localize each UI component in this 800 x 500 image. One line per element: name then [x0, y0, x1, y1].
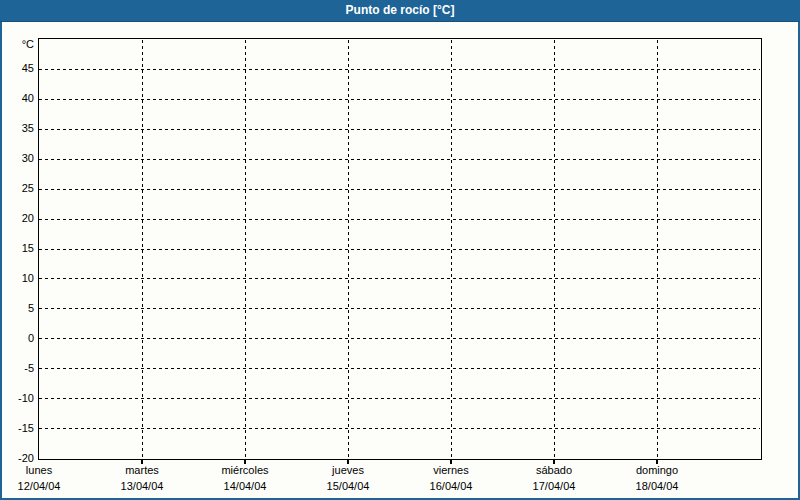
y-tick-label: -20: [0, 452, 34, 465]
x-axis-tick: [244, 460, 246, 464]
x-day-label: domingo: [636, 464, 678, 477]
x-date-label: 17/04/04: [533, 480, 576, 493]
chart-region: 454035302520151050-5-10-15-20°Clunes12/0…: [0, 0, 800, 500]
x-axis-tick: [553, 460, 555, 464]
x-date-label: 14/04/04: [224, 480, 267, 493]
y-gridline: [39, 189, 760, 190]
x-date-label: 13/04/04: [121, 480, 164, 493]
x-day-label: viernes: [433, 464, 468, 477]
y-tick-label: 0: [0, 332, 34, 345]
x-date-label: 15/04/04: [327, 480, 370, 493]
x-day-label: sábado: [536, 464, 572, 477]
y-tick-label: 15: [0, 242, 34, 255]
y-tick-label: 30: [0, 152, 34, 165]
y-gridline: [39, 249, 760, 250]
x-axis-tick: [347, 460, 349, 464]
x-gridline: [451, 40, 452, 459]
y-gridline: [39, 219, 760, 220]
x-axis-tick: [656, 460, 658, 464]
y-tick-label: 20: [0, 212, 34, 225]
x-day-label: lunes: [26, 464, 52, 477]
y-tick-label: 10: [0, 272, 34, 285]
y-axis-unit-label: °C: [0, 38, 34, 51]
x-date-label: 12/04/04: [18, 480, 61, 493]
y-gridline: [39, 338, 760, 339]
y-tick-label: 5: [0, 302, 34, 315]
y-gridline: [39, 368, 760, 369]
x-axis-tick: [141, 460, 143, 464]
window-titlebar: Punto de rocío [°C]: [0, 0, 800, 22]
y-tick-label: -5: [0, 362, 34, 375]
y-tick-label: -10: [0, 392, 34, 405]
x-date-label: 18/04/04: [636, 480, 679, 493]
x-gridline: [348, 40, 349, 459]
x-gridline: [657, 40, 658, 459]
x-day-label: miércoles: [221, 464, 268, 477]
y-tick-label: 45: [0, 62, 34, 75]
y-gridline: [39, 278, 760, 279]
y-tick-label: 25: [0, 182, 34, 195]
x-gridline: [142, 40, 143, 459]
y-gridline: [39, 428, 760, 429]
y-gridline: [39, 308, 760, 309]
y-gridline: [39, 159, 760, 160]
window-title: Punto de rocío [°C]: [346, 3, 455, 17]
x-gridline: [554, 40, 555, 459]
x-date-label: 16/04/04: [430, 480, 473, 493]
y-gridline: [39, 398, 760, 399]
x-day-label: jueves: [332, 464, 364, 477]
y-tick-label: 40: [0, 92, 34, 105]
y-tick-label: -15: [0, 422, 34, 435]
y-gridline: [39, 99, 760, 100]
y-tick-label: 35: [0, 122, 34, 135]
y-gridline: [39, 129, 760, 130]
x-gridline: [245, 40, 246, 459]
x-day-label: martes: [125, 464, 159, 477]
x-axis-tick: [450, 460, 452, 464]
chart-window: Punto de rocío [°C] 454035302520151050-5…: [0, 0, 800, 500]
y-gridline: [39, 69, 760, 70]
